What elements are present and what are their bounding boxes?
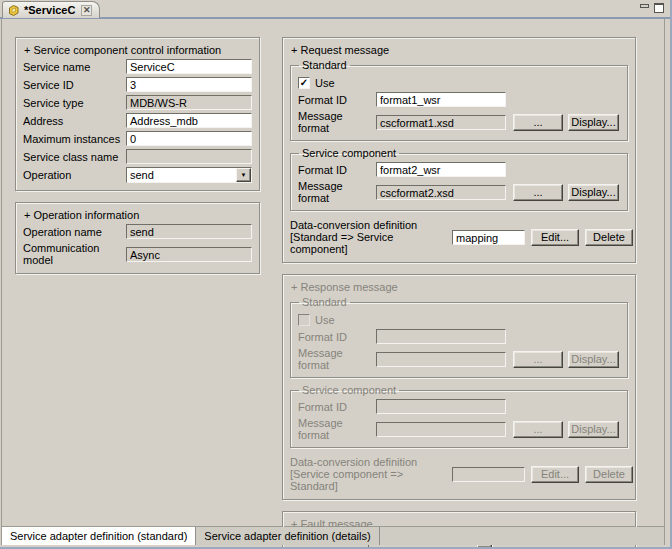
format-id-row: Format ID [298, 329, 620, 344]
communication-model-label: Communication model [23, 242, 126, 266]
group-title: + Request message [291, 44, 628, 56]
service-type-label: Service type [23, 97, 126, 109]
format-id-input [376, 399, 506, 414]
use-row: ✓ Use [298, 77, 620, 89]
message-format-label: Message format [298, 417, 376, 441]
delete-button[interactable]: Delete [585, 229, 633, 246]
format-id-label: Format ID [298, 164, 376, 176]
format-id-input[interactable]: format1_wsr [376, 92, 506, 107]
browse-button[interactable]: ... [513, 114, 563, 131]
use-label: Use [315, 314, 335, 326]
conversion-input[interactable]: mapping [452, 230, 525, 245]
message-format-label: Message format [298, 110, 376, 134]
operation-combobox[interactable]: send ▼ [126, 167, 252, 183]
service-name-input[interactable]: ServiceC [126, 59, 252, 74]
max-instances-input[interactable]: 0 [126, 131, 252, 146]
browse-button: ... [513, 351, 563, 368]
close-icon[interactable]: ✕ [81, 5, 92, 16]
address-label: Address [23, 115, 126, 127]
format-id-input[interactable]: format2_wsr [376, 162, 506, 177]
tab-service-adapter-details[interactable]: Service adapter definition (details) [196, 527, 379, 545]
format-id-label: Format ID [298, 401, 376, 413]
message-format-input [376, 422, 506, 437]
minimize-icon[interactable] [640, 4, 649, 8]
display-button: Display... [568, 421, 619, 438]
display-button[interactable]: Display... [568, 114, 619, 131]
use-label: Use [315, 77, 335, 89]
group-service-component-control: + Service component control information … [15, 37, 260, 191]
max-instances-label: Maximum instances [23, 133, 126, 145]
request-service-component-fieldset: Service component Format ID format2_wsr … [290, 147, 628, 211]
group-title: + Response message [291, 281, 628, 293]
communication-model-row: Communication model Async [23, 242, 252, 266]
operation-name-input: send [126, 224, 252, 239]
editor-content: + Service component control information … [1, 19, 665, 527]
service-class-row: Service class name [23, 149, 252, 164]
format-id-label: Format ID [298, 94, 376, 106]
conversion-label: Data-conversion definition [Standard => … [290, 219, 452, 255]
browse-button: ... [513, 421, 563, 438]
format-id-row: Format ID [298, 399, 620, 414]
service-class-label: Service class name [23, 151, 126, 163]
tab-service-adapter-standard[interactable]: Service adapter definition (standard) [2, 527, 196, 545]
operation-label: Operation [23, 169, 126, 181]
message-format-label: Message format [298, 347, 376, 371]
fieldset-legend: Service component [299, 147, 399, 159]
editor-tab-title: *ServiceC [24, 4, 75, 16]
group-request-message: + Request message Standard ✓ Use Format … [282, 37, 636, 263]
address-row: Address Address_mdb [23, 113, 252, 128]
group-operation-info: + Operation information Operation name s… [15, 202, 260, 274]
group-title: + Service component control information [24, 44, 252, 56]
delete-button: Delete [585, 466, 633, 483]
service-adapter-icon [7, 4, 20, 17]
edit-button[interactable]: Edit... [531, 229, 579, 246]
fieldset-legend: Service component [299, 384, 399, 396]
editor-tab-servicec[interactable]: *ServiceC ✕ [2, 1, 100, 18]
service-type-row: Service type MDB/WS-R [23, 95, 252, 110]
operation-value: send [127, 168, 236, 182]
view-window-controls [640, 3, 664, 13]
use-row: Use [298, 314, 620, 326]
bottom-tab-bar: Service adapter definition (standard) Se… [1, 527, 665, 545]
fieldset-legend: Standard [299, 59, 350, 71]
browse-button[interactable]: ... [513, 184, 563, 201]
display-button[interactable]: Display... [568, 184, 619, 201]
request-conversion-row: Data-conversion definition [Standard => … [290, 219, 628, 255]
service-id-input[interactable]: 3 [126, 77, 252, 92]
left-column: + Service component control information … [15, 37, 260, 285]
format-id-row: Format ID format2_wsr [298, 162, 620, 177]
use-checkbox[interactable]: ✓ [298, 77, 310, 89]
communication-model-input: Async [126, 247, 252, 262]
response-standard-fieldset: Standard Use Format ID Message format ..… [290, 296, 628, 378]
use-checkbox [298, 314, 310, 326]
display-button: Display... [568, 351, 619, 368]
message-format-row: Message format ... Display... [298, 417, 620, 441]
edit-button: Edit... [531, 466, 579, 483]
service-name-row: Service name ServiceC [23, 59, 252, 74]
right-column: + Request message Standard ✓ Use Format … [282, 37, 636, 549]
format-id-input [376, 329, 506, 344]
service-id-row: Service ID 3 [23, 77, 252, 92]
conversion-input [452, 467, 525, 482]
request-standard-fieldset: Standard ✓ Use Format ID format1_wsr Mes… [290, 59, 628, 141]
message-format-row: Message format ... Display... [298, 347, 620, 371]
maximize-icon[interactable] [654, 3, 664, 13]
message-format-label: Message format [298, 180, 376, 204]
format-id-label: Format ID [298, 331, 376, 343]
response-conversion-row: Data-conversion definition [Service comp… [290, 456, 628, 492]
conversion-label: Data-conversion definition [Service comp… [290, 456, 452, 492]
operation-name-label: Operation name [23, 226, 126, 238]
group-title: + Operation information [24, 209, 252, 221]
response-service-component-fieldset: Service component Format ID Message form… [290, 384, 628, 448]
message-format-input [376, 352, 506, 367]
chevron-down-icon[interactable]: ▼ [236, 168, 251, 182]
message-format-input: cscformat2.xsd [376, 185, 506, 200]
operation-name-row: Operation name send [23, 224, 252, 239]
group-response-message: + Response message Standard Use Format I… [282, 274, 636, 500]
service-name-label: Service name [23, 61, 126, 73]
message-format-input: cscformat1.xsd [376, 115, 506, 130]
service-type-input: MDB/WS-R [126, 95, 252, 110]
editor-tab-bar: *ServiceC ✕ [0, 0, 670, 19]
editor-window: *ServiceC ✕ + Service component control … [0, 0, 672, 549]
address-input[interactable]: Address_mdb [126, 113, 252, 128]
